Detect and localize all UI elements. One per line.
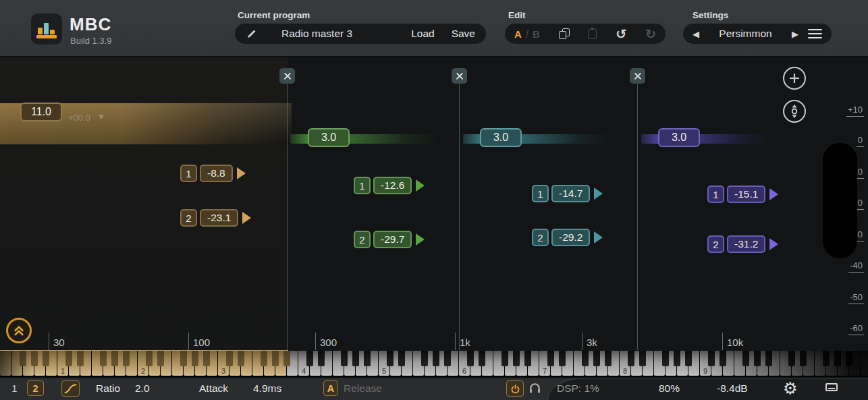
piano-black-key[interactable]: [742, 351, 749, 366]
settings-menu-icon[interactable]: [808, 29, 822, 39]
piano-black-key[interactable]: [421, 351, 428, 366]
piano-black-key[interactable]: [100, 351, 107, 366]
pencil-icon[interactable]: [246, 28, 257, 40]
ratio-value[interactable]: 2.0: [135, 382, 150, 395]
remove-crossover-1-button[interactable]: [279, 68, 295, 84]
piano-black-key[interactable]: [123, 351, 130, 366]
program-name[interactable]: Radio master 3: [281, 28, 352, 40]
remove-crossover-2-button[interactable]: [452, 68, 467, 84]
piano-black-key[interactable]: [674, 351, 680, 366]
piano-black-key[interactable]: [261, 351, 267, 366]
piano-black-key[interactable]: [501, 351, 508, 366]
link-bands-button[interactable]: [783, 100, 806, 123]
piano-black-key[interactable]: [559, 351, 566, 366]
band2-gain-value[interactable]: 3.0: [308, 128, 350, 147]
piano-black-key[interactable]: [662, 351, 669, 366]
threshold-arrow-icon[interactable]: [769, 238, 778, 250]
piano-black-key[interactable]: [433, 351, 439, 366]
band1-threshold-1[interactable]: 1 -8.8: [180, 165, 246, 182]
copy-icon[interactable]: [559, 28, 570, 39]
piano-black-key[interactable]: [111, 351, 118, 366]
power-button[interactable]: [506, 380, 524, 397]
piano-black-key[interactable]: [318, 351, 325, 366]
undo-icon[interactable]: ↺: [616, 28, 626, 40]
prev-preset-icon[interactable]: ◀: [693, 29, 699, 39]
piano-black-key[interactable]: [708, 351, 715, 366]
band1-gain-value[interactable]: 11.0: [20, 103, 62, 121]
threshold-arrow-icon[interactable]: [416, 179, 425, 192]
piano-black-key[interactable]: [800, 351, 807, 366]
piano-black-key[interactable]: [547, 351, 554, 366]
ab-b[interactable]: B: [533, 28, 540, 40]
band3-threshold-2[interactable]: 2 -29.2: [532, 229, 603, 246]
piano-black-key[interactable]: [479, 351, 485, 366]
piano-black-key[interactable]: [524, 351, 531, 366]
paste-icon[interactable]: [588, 29, 597, 39]
piano-black-key[interactable]: [754, 351, 761, 366]
band1-threshold-2[interactable]: 2 -23.1: [180, 209, 251, 227]
crossover-divider-1[interactable]: [287, 84, 288, 350]
piano-black-key[interactable]: [720, 351, 726, 366]
piano-black-key[interactable]: [834, 351, 841, 366]
piano-black-key[interactable]: [846, 351, 852, 366]
piano-black-key[interactable]: [226, 351, 233, 366]
threshold-value[interactable]: -31.2: [727, 235, 765, 253]
threshold-arrow-icon[interactable]: [594, 188, 603, 200]
piano-black-key[interactable]: [192, 351, 198, 366]
piano-black-key[interactable]: [788, 351, 795, 366]
redo-icon[interactable]: ↻: [645, 28, 656, 40]
piano-black-key[interactable]: [685, 351, 692, 366]
piano-black-key[interactable]: [341, 351, 348, 366]
channel-1-button[interactable]: 1: [11, 382, 18, 395]
threshold-arrow-icon[interactable]: [769, 188, 778, 200]
ab-a[interactable]: A: [514, 28, 522, 40]
threshold-arrow-icon[interactable]: [594, 231, 603, 244]
piano-black-key[interactable]: [157, 351, 164, 366]
headphones-icon[interactable]: [528, 382, 541, 397]
piano-black-key[interactable]: [238, 351, 244, 366]
piano-white-key[interactable]: [0, 351, 11, 376]
crossover-divider-2[interactable]: [459, 84, 460, 350]
attack-value[interactable]: 4.9ms: [253, 382, 281, 395]
band4-threshold-2[interactable]: 2 -31.2: [707, 235, 778, 253]
piano-black-key[interactable]: [272, 351, 279, 366]
display-icon[interactable]: [825, 383, 838, 391]
piano-black-key[interactable]: [593, 351, 600, 366]
band4-gain-value[interactable]: 3.0: [658, 128, 700, 147]
threshold-value[interactable]: -29.7: [373, 231, 412, 248]
threshold-value[interactable]: -15.1: [727, 185, 765, 203]
threshold-value[interactable]: -14.7: [551, 185, 590, 202]
piano-black-key[interactable]: [146, 351, 153, 366]
piano-black-key[interactable]: [513, 351, 520, 366]
band3-gain-value[interactable]: 3.0: [480, 128, 522, 147]
piano-black-key[interactable]: [180, 351, 187, 366]
save-button[interactable]: Save: [452, 28, 475, 40]
piano-black-key[interactable]: [628, 351, 634, 366]
piano-black-key[interactable]: [444, 351, 451, 366]
next-preset-icon[interactable]: ▶: [792, 29, 798, 39]
piano-black-key[interactable]: [203, 351, 210, 366]
piano-keyboard[interactable]: 123456789: [0, 351, 868, 377]
expand-band-button[interactable]: [6, 318, 32, 343]
threshold-arrow-icon[interactable]: [242, 212, 251, 224]
preset-name[interactable]: Persimmon: [719, 28, 771, 40]
piano-black-key[interactable]: [77, 351, 84, 366]
threshold-value[interactable]: -23.1: [200, 209, 238, 227]
band1-gain-offset[interactable]: +00.0: [68, 113, 90, 123]
piano-black-key[interactable]: [639, 351, 646, 366]
piano-black-key[interactable]: [467, 351, 474, 366]
ab-compare-switch[interactable]: A / B: [514, 28, 540, 40]
remove-crossover-3-button[interactable]: [630, 68, 645, 84]
curve-button[interactable]: [61, 380, 80, 397]
threshold-arrow-icon[interactable]: [416, 233, 425, 246]
piano-black-key[interactable]: [283, 351, 290, 366]
crossover-divider-3[interactable]: [637, 84, 638, 350]
piano-black-key[interactable]: [65, 351, 72, 366]
threshold-value[interactable]: -29.2: [551, 229, 590, 246]
add-band-button[interactable]: [783, 67, 806, 90]
threshold-arrow-icon[interactable]: [237, 167, 246, 179]
band2-threshold-2[interactable]: 2 -29.7: [354, 231, 425, 248]
piano-black-key[interactable]: [765, 351, 772, 366]
gear-icon[interactable]: ⚙: [783, 379, 798, 398]
piano-black-key[interactable]: [20, 351, 26, 366]
